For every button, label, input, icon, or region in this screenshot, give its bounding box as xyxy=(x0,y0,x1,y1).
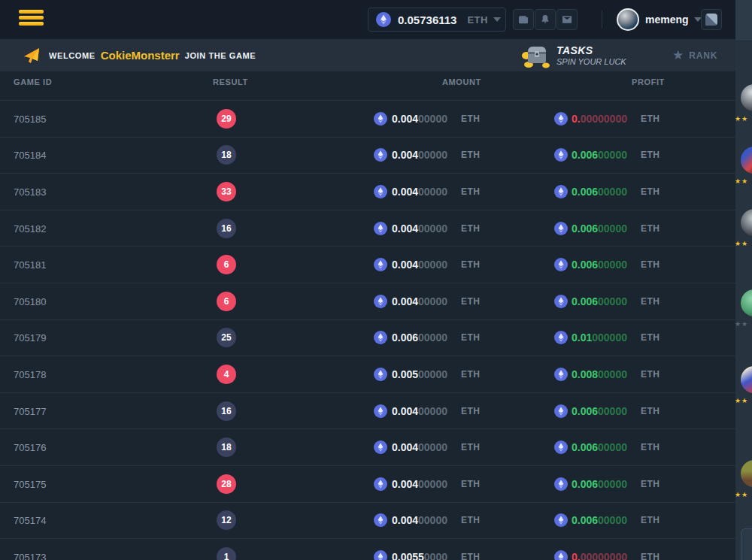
table-row[interactable]: 705181 6 0.00400000 ETH 0.00600000 ETH xyxy=(0,246,735,283)
amount-currency: ETH xyxy=(461,369,481,380)
table-row[interactable]: 705177 16 0.00400000 ETH 0.00600000 ETH xyxy=(0,392,735,429)
chevron-down-icon xyxy=(493,17,501,22)
profit-value: 0.00600000 xyxy=(572,441,627,453)
game-id: 705176 xyxy=(14,442,46,453)
profit-value: 0.00600000 xyxy=(572,295,627,307)
result-badge: 33 xyxy=(217,182,236,201)
megaphone-icon xyxy=(23,46,42,65)
amount-value: 0.00400000 xyxy=(392,113,447,125)
table-row[interactable]: 705179 25 0.00600000 ETH 0.01000000 ETH xyxy=(0,319,735,356)
profit-value: 0.00000000 xyxy=(572,113,627,125)
profit-value: 0.00600000 xyxy=(572,478,627,490)
table-row[interactable]: 705180 6 0.00400000 ETH 0.00600000 ETH xyxy=(0,283,735,319)
messages-button[interactable] xyxy=(556,9,578,30)
profit-value: 0.00600000 xyxy=(572,186,627,198)
result-badge: 18 xyxy=(217,145,236,165)
main-column: 0.05736113 ETH xyxy=(0,0,735,560)
welcome-username: CokieMonsterr xyxy=(101,49,180,62)
chat-user: ★★ xyxy=(735,366,752,404)
profit-value: 0.00800000 xyxy=(572,368,627,380)
profit-currency: ETH xyxy=(641,515,660,525)
username: memeng xyxy=(645,14,689,26)
tasks-widget[interactable]: TASKS SPIN YOUR LUCK xyxy=(519,39,626,71)
chat-user: ★★ xyxy=(735,209,752,247)
eth-coin-icon xyxy=(554,440,568,454)
game-id: 705183 xyxy=(14,186,46,197)
eth-coin-icon xyxy=(554,222,568,235)
result-badge: 16 xyxy=(217,219,236,238)
table-row[interactable]: 705182 16 0.00400000 ETH 0.00600000 ETH xyxy=(0,210,735,247)
eth-coin-icon xyxy=(554,185,568,198)
eth-coin-icon xyxy=(374,513,387,527)
table-row[interactable]: 705184 18 0.00400000 ETH 0.00600000 ETH xyxy=(0,137,735,174)
table-row[interactable]: 705175 28 0.00400000 ETH 0.00600000 ETH xyxy=(0,465,735,502)
chat-user-avatar[interactable] xyxy=(741,289,752,316)
table-row[interactable]: 705173 1 0.00550000 ETH 0.00000000 ETH xyxy=(0,538,735,560)
result-badge: 4 xyxy=(217,365,236,384)
user-menu[interactable]: memeng xyxy=(617,8,702,32)
wallet-icon xyxy=(517,14,529,26)
chat-input[interactable] xyxy=(741,528,752,560)
game-id: 705173 xyxy=(14,551,46,560)
amount-value: 0.00600000 xyxy=(392,331,447,344)
chat-user-stars: ★★ xyxy=(735,115,752,123)
game-table-header: GAME ID RESULT AMOUNT PROFIT xyxy=(0,71,735,100)
amount-currency: ETH xyxy=(461,186,481,197)
eth-coin-icon xyxy=(554,258,568,271)
balance-selector[interactable]: 0.05736113 ETH xyxy=(368,8,506,32)
wallet-button[interactable] xyxy=(513,9,534,30)
rank-widget[interactable]: ★ RANK xyxy=(672,39,717,71)
profit-currency: ETH xyxy=(641,332,660,343)
bell-icon xyxy=(539,14,551,26)
amount-currency: ETH xyxy=(461,259,481,270)
chat-user-avatar[interactable] xyxy=(741,460,752,487)
menu-icon[interactable] xyxy=(19,10,44,29)
table-row[interactable]: 705176 18 0.00400000 ETH 0.00600000 ETH xyxy=(0,428,735,465)
table-row[interactable]: 705178 4 0.00500000 ETH 0.00800000 ETH xyxy=(0,356,735,392)
chat-sidebar-header xyxy=(735,0,752,41)
eth-coin-icon xyxy=(554,295,568,308)
column-header-profit: PROFIT xyxy=(632,77,665,86)
column-header-amount: AMOUNT xyxy=(442,77,481,86)
eth-coin-icon xyxy=(374,185,387,198)
game-id: 705182 xyxy=(14,222,46,234)
eth-coin-icon xyxy=(374,222,387,235)
chat-user: ★★ xyxy=(735,460,752,498)
notifications-button[interactable] xyxy=(535,9,556,30)
profit-value: 0.00600000 xyxy=(572,514,627,526)
chat-user-avatar[interactable] xyxy=(741,366,752,393)
chat-sidebar: ★★ ★★ ★★ ★★ ★★ ★★ xyxy=(735,0,752,560)
amount-currency: ETH xyxy=(461,406,481,416)
profit-currency: ETH xyxy=(641,369,660,380)
result-badge: 16 xyxy=(217,401,236,421)
amount-currency: ETH xyxy=(461,479,481,489)
chat-user-avatar[interactable] xyxy=(741,209,752,236)
amount-value: 0.00400000 xyxy=(392,295,447,307)
game-id: 705175 xyxy=(14,478,46,489)
treasure-chest-icon xyxy=(519,42,550,69)
result-badge: 25 xyxy=(217,328,236,347)
chat-user-avatar[interactable] xyxy=(741,84,752,111)
chat-toggle-button[interactable] xyxy=(701,9,722,30)
profit-currency: ETH xyxy=(641,186,660,197)
game-id: 705179 xyxy=(14,332,46,344)
game-id: 705178 xyxy=(14,368,46,380)
table-row[interactable]: 705183 33 0.00400000 ETH 0.00600000 ETH xyxy=(0,173,735,210)
chat-user-avatar[interactable] xyxy=(741,147,752,174)
game-id: 705180 xyxy=(14,295,46,307)
rank-label: RANK xyxy=(689,50,717,61)
column-header-game-id: GAME ID xyxy=(14,77,52,86)
amount-currency: ETH xyxy=(461,223,481,234)
profit-currency: ETH xyxy=(641,150,660,160)
eth-coin-icon xyxy=(376,12,391,27)
game-id: 705184 xyxy=(14,150,46,161)
profit-value: 0.01000000 xyxy=(572,331,627,344)
chat-user-stars: ★★ xyxy=(735,397,752,404)
table-row[interactable]: 705174 12 0.00400000 ETH 0.00600000 ETH xyxy=(0,502,735,539)
table-row[interactable]: 705185 29 0.00400000 ETH 0.00000000 ETH xyxy=(0,100,735,137)
result-badge: 18 xyxy=(217,437,236,457)
eth-coin-icon xyxy=(554,513,568,527)
profit-value: 0.00600000 xyxy=(572,405,627,417)
welcome-message: WELCOME CokieMonsterr JOIN THE GAME xyxy=(49,39,256,71)
amount-currency: ETH xyxy=(461,296,481,307)
